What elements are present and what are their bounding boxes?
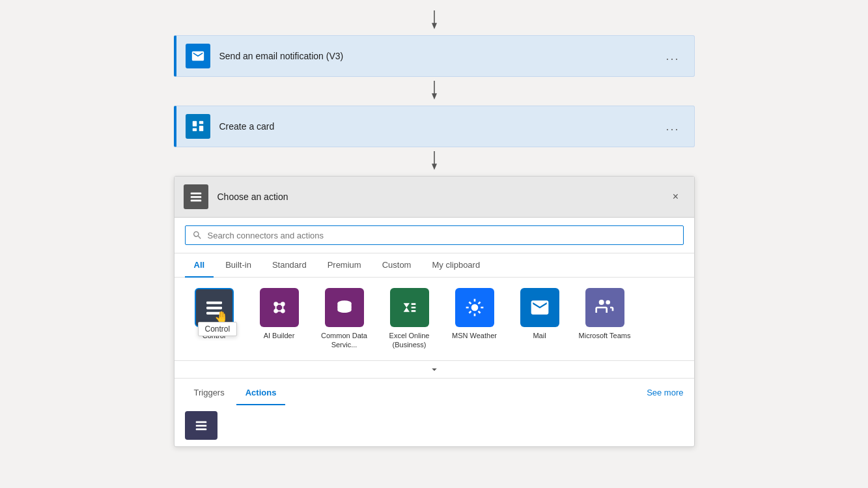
- connector-teams[interactable]: Microsoft Teams: [576, 288, 634, 340]
- svg-line-31: [469, 302, 471, 304]
- svg-rect-4: [192, 121, 196, 126]
- search-icon: [192, 230, 203, 240]
- search-container: [175, 218, 694, 253]
- tab-triggers[interactable]: Triggers: [185, 381, 234, 405]
- tab-standard[interactable]: Standard: [263, 253, 316, 278]
- card-step-icon: [186, 114, 210, 139]
- svg-rect-37: [195, 421, 206, 423]
- dataverse-icon-box[interactable]: [325, 288, 364, 327]
- svg-point-35: [606, 300, 610, 305]
- svg-rect-6: [199, 126, 203, 131]
- svg-line-32: [478, 311, 480, 313]
- svg-point-36: [598, 300, 604, 305]
- see-more-button[interactable]: See more: [647, 388, 683, 397]
- ai-builder-label: AI Builder: [264, 331, 295, 340]
- excel-label: Excel Online (Business): [380, 331, 439, 350]
- ai-builder-icon-box[interactable]: [260, 288, 299, 327]
- svg-rect-39: [195, 428, 206, 430]
- tab-custom[interactable]: Custom: [373, 253, 421, 278]
- arrow-between-steps: [428, 77, 441, 106]
- choose-action-panel: Choose an action × All Built-in Standard…: [174, 176, 695, 447]
- arrow-before-email: [428, 7, 441, 35]
- connector-weather[interactable]: MSN Weather: [445, 288, 504, 340]
- svg-rect-11: [190, 196, 201, 198]
- mail-icon-box[interactable]: [520, 288, 559, 327]
- tab-clipboard[interactable]: My clipboard: [423, 253, 489, 278]
- search-input[interactable]: [208, 231, 677, 240]
- control-tooltip: Control: [198, 322, 238, 336]
- tab-premium[interactable]: Premium: [318, 253, 371, 278]
- email-step-icon: [186, 44, 210, 68]
- action-tile-1[interactable]: [185, 411, 217, 440]
- bottom-tabs-row: Triggers Actions See more: [175, 379, 694, 405]
- weather-icon-box[interactable]: [455, 288, 494, 327]
- connector-dataverse[interactable]: Common Data Servic...: [315, 288, 374, 350]
- svg-rect-10: [190, 193, 201, 195]
- connector-control[interactable]: 🤚 Control Control: [185, 288, 244, 340]
- svg-marker-1: [432, 23, 437, 29]
- svg-marker-3: [432, 93, 437, 100]
- panel-title: Choose an action: [217, 192, 667, 202]
- svg-line-33: [478, 302, 480, 304]
- svg-rect-12: [190, 200, 201, 202]
- tab-built-in[interactable]: Built-in: [216, 253, 260, 278]
- tab-all[interactable]: All: [185, 253, 214, 278]
- svg-rect-14: [206, 307, 222, 309]
- teams-icon-box[interactable]: [585, 288, 624, 327]
- filter-tabs: All Built-in Standard Premium Custom My …: [175, 253, 694, 278]
- teams-label: Microsoft Teams: [579, 331, 631, 340]
- chevron-down-icon: [428, 364, 440, 375]
- flow-canvas: Send an email notification (V3) ... Crea…: [0, 7, 868, 447]
- panel-header: Choose an action ×: [175, 177, 694, 218]
- svg-marker-9: [432, 164, 437, 170]
- dataverse-label: Common Data Servic...: [315, 331, 374, 350]
- control-icon-box[interactable]: 🤚: [195, 288, 234, 327]
- mail-label: Mail: [533, 331, 546, 340]
- step-email[interactable]: Send an email notification (V3) ...: [174, 35, 695, 77]
- card-step-more[interactable]: ...: [660, 117, 684, 136]
- svg-rect-38: [195, 425, 206, 427]
- svg-rect-7: [192, 128, 196, 132]
- connector-mail[interactable]: Mail: [511, 288, 569, 340]
- close-button[interactable]: ×: [667, 188, 685, 206]
- svg-point-26: [471, 304, 478, 311]
- svg-rect-5: [199, 121, 203, 124]
- search-bar[interactable]: [185, 225, 684, 245]
- weather-label: MSN Weather: [452, 331, 497, 340]
- panel-header-icon: [184, 184, 208, 209]
- connectors-grid: 🤚 Control Control: [175, 278, 694, 361]
- step-card[interactable]: Create a card ...: [174, 106, 695, 147]
- svg-line-34: [469, 311, 471, 313]
- email-step-more[interactable]: ...: [660, 47, 684, 66]
- svg-rect-13: [206, 302, 222, 304]
- expand-row[interactable]: [175, 361, 694, 379]
- connector-ai-builder[interactable]: AI Builder: [250, 288, 309, 340]
- email-step-label: Send an email notification (V3): [219, 51, 661, 61]
- tab-actions[interactable]: Actions: [236, 381, 286, 405]
- card-step-label: Create a card: [219, 121, 661, 132]
- arrow-before-panel: [428, 147, 441, 176]
- excel-icon-box[interactable]: [390, 288, 429, 327]
- connector-excel[interactable]: Excel Online (Business): [380, 288, 439, 350]
- action-tiles-preview: [175, 405, 694, 446]
